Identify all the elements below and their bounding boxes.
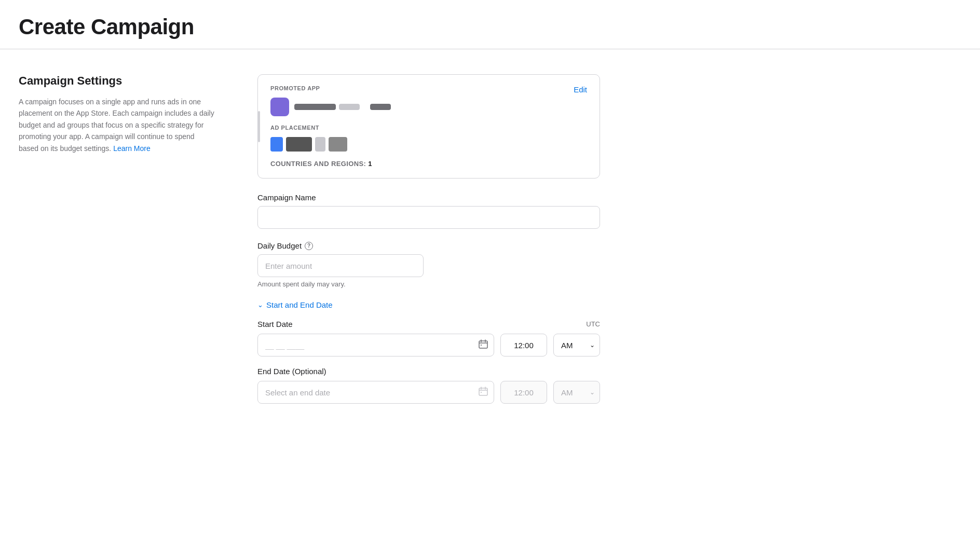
daily-budget-helper: Amount spent daily may vary.	[257, 280, 600, 288]
start-date-header: Start Date UTC	[257, 320, 600, 328]
start-time-input[interactable]: 12:00	[500, 334, 547, 356]
app-extra-bar	[370, 104, 391, 110]
page-title: Create Campaign	[19, 15, 961, 39]
start-date-input[interactable]	[257, 334, 494, 356]
end-date-label: End Date (Optional)	[257, 367, 326, 376]
ad-placement-section: AD PLACEMENT	[270, 125, 587, 152]
daily-budget-help-icon[interactable]: ?	[305, 242, 313, 250]
budget-input-wrapper	[257, 254, 424, 277]
utc-label: UTC	[586, 320, 600, 328]
daily-budget-section: Daily Budget ? Amount spent daily may va…	[257, 241, 600, 288]
placement-block-mid	[329, 137, 347, 152]
promoted-app-card: PROMOTED APP Edit AD PLACEMENT	[257, 74, 600, 179]
countries-row: COUNTRIES AND REGIONS: 1	[270, 160, 587, 168]
app-name-bar-1	[294, 104, 336, 110]
campaign-name-label: Campaign Name	[257, 193, 600, 202]
end-ampm-wrapper: AM PM ⌄	[553, 381, 600, 404]
daily-budget-label: Daily Budget ?	[257, 241, 600, 250]
start-date-section: Start Date UTC 12:	[257, 320, 600, 356]
app-name-bars	[294, 104, 360, 110]
placement-block-blue	[270, 137, 283, 152]
app-name-bar-2	[339, 104, 360, 110]
end-date-input[interactable]	[257, 381, 494, 404]
daily-budget-input[interactable]	[257, 254, 424, 277]
app-icon	[270, 98, 289, 116]
placement-preview	[270, 137, 587, 152]
scrollbar-indicator	[258, 111, 260, 142]
end-date-header: End Date (Optional)	[257, 367, 600, 376]
campaign-name-section: Campaign Name	[257, 193, 600, 229]
settings-section-title: Campaign Settings	[19, 74, 216, 88]
start-ampm-wrapper: AM PM ⌄	[553, 334, 600, 356]
placement-block-dark	[286, 137, 312, 152]
campaign-name-input[interactable]	[257, 206, 600, 229]
page-header: Create Campaign	[0, 0, 980, 49]
end-date-input-row: AM PM ⌄	[257, 381, 600, 404]
app-preview-row	[270, 98, 587, 116]
ad-placement-label: AD PLACEMENT	[270, 125, 587, 131]
start-ampm-select[interactable]: AM PM	[553, 334, 600, 356]
start-date-label: Start Date	[257, 320, 293, 328]
right-panel: PROMOTED APP Edit AD PLACEMENT	[257, 74, 600, 414]
end-time-input[interactable]	[500, 381, 547, 404]
edit-link[interactable]: Edit	[574, 85, 587, 94]
learn-more-link[interactable]: Learn More	[113, 144, 151, 153]
promoted-app-section: PROMOTED APP Edit	[270, 85, 587, 116]
end-date-section: End Date (Optional)	[257, 367, 600, 404]
start-date-input-wrapper	[257, 334, 494, 356]
start-date-input-row: 12:00 AM PM ⌄	[257, 334, 600, 356]
end-date-input-wrapper	[257, 381, 494, 404]
promoted-app-label: PROMOTED APP	[270, 85, 587, 91]
page-content: Campaign Settings A campaign focuses on …	[0, 49, 980, 439]
start-end-date-toggle[interactable]: ⌄ Start and End Date	[257, 300, 600, 309]
placement-block-light	[315, 137, 325, 152]
end-ampm-select[interactable]: AM PM	[553, 381, 600, 404]
chevron-down-icon: ⌄	[257, 301, 263, 309]
settings-description: A campaign focuses on a single app and r…	[19, 96, 216, 154]
left-panel: Campaign Settings A campaign focuses on …	[19, 74, 216, 154]
app-extra-bar-1	[370, 104, 391, 110]
